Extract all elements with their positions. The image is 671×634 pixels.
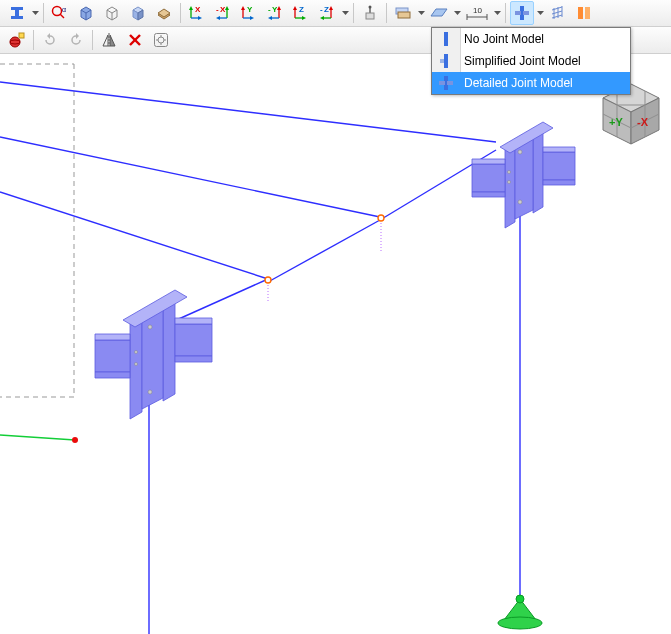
svg-rect-77 — [19, 33, 24, 38]
axis-yplus-icon: Y — [240, 5, 258, 21]
svg-text:+Y: +Y — [609, 116, 623, 128]
main-toolbar: α X -X Y -Y Z -Z 10 — [0, 0, 671, 27]
svg-text:Z: Z — [299, 5, 304, 14]
cycle-select-prev-button[interactable] — [38, 28, 62, 52]
plane-dropdown[interactable] — [452, 2, 462, 24]
view-wireframe-button[interactable] — [100, 1, 124, 25]
menu-item-label: Detailed Joint Model — [464, 76, 573, 90]
svg-point-144 — [516, 595, 524, 603]
menu-item-no-joint[interactable]: No Joint Model — [432, 28, 630, 50]
joint-model-menu: No Joint Model Simplified Joint Model De… — [431, 27, 631, 95]
plane-button[interactable] — [427, 1, 451, 25]
svg-point-113 — [265, 277, 271, 283]
menu-item-detailed-joint[interactable]: Detailed Joint Model — [432, 72, 630, 94]
svg-marker-118 — [472, 164, 505, 192]
svg-marker-79 — [76, 33, 79, 39]
find-alpha-icon: α — [51, 5, 69, 21]
svg-point-86 — [158, 37, 164, 43]
section-profile-button[interactable] — [5, 1, 29, 25]
svg-rect-2 — [11, 16, 23, 19]
svg-point-138 — [148, 325, 152, 329]
view-along-z-minus-button[interactable]: -Z — [315, 1, 339, 25]
gear-box-icon — [153, 32, 169, 48]
svg-marker-33 — [277, 6, 281, 10]
plane-icon — [430, 6, 448, 20]
toolbar-separator — [353, 3, 354, 23]
svg-marker-133 — [95, 334, 130, 340]
svg-point-124 — [518, 150, 522, 154]
blocks-button[interactable] — [572, 1, 596, 25]
svg-marker-137 — [175, 356, 212, 362]
svg-marker-62 — [494, 11, 501, 15]
delete-button[interactable] — [123, 28, 147, 52]
section-profile-dropdown[interactable] — [30, 2, 40, 24]
svg-marker-134 — [95, 372, 130, 378]
svg-marker-3 — [32, 11, 39, 15]
axis-view-dropdown[interactable] — [340, 2, 350, 24]
svg-marker-39 — [293, 6, 297, 10]
svg-marker-128 — [130, 313, 142, 419]
probe-button[interactable] — [358, 1, 382, 25]
view-along-x-plus-button[interactable]: X — [185, 1, 209, 25]
toolbar-separator — [43, 3, 44, 23]
menu-item-simplified-joint[interactable]: Simplified Joint Model — [432, 50, 630, 72]
grid-3d-button[interactable] — [546, 1, 570, 25]
svg-line-5 — [60, 14, 64, 18]
svg-marker-24 — [216, 16, 220, 20]
toolbar-separator — [92, 30, 93, 50]
toolbar-separator — [505, 3, 506, 23]
layers-dropdown[interactable] — [416, 2, 426, 24]
joint-model-button[interactable] — [510, 1, 534, 25]
viewport-3d[interactable] — [0, 52, 671, 634]
svg-marker-122 — [543, 147, 575, 152]
svg-marker-28 — [241, 6, 245, 10]
svg-marker-46 — [320, 16, 324, 20]
view-along-z-plus-button[interactable]: Z — [289, 1, 313, 25]
load-case-button[interactable] — [5, 28, 29, 52]
grid-3d-icon — [550, 5, 566, 21]
svg-text:Z: Z — [324, 5, 329, 14]
cycle-select-next-button[interactable] — [64, 28, 88, 52]
settings-button[interactable] — [149, 28, 173, 52]
svg-point-127 — [508, 181, 511, 184]
view-shaded-button[interactable] — [126, 1, 150, 25]
svg-marker-129 — [163, 295, 175, 401]
svg-point-143 — [498, 617, 542, 629]
view-deck-button[interactable] — [152, 1, 176, 25]
svg-text:X: X — [220, 5, 226, 14]
axis-yminus-icon: -Y — [266, 5, 284, 21]
detailed-joint-icon — [437, 74, 455, 92]
find-element-button[interactable]: α — [48, 1, 72, 25]
mirror-button[interactable] — [97, 28, 121, 52]
svg-point-101 — [72, 437, 78, 443]
layers-button[interactable] — [391, 1, 415, 25]
svg-line-106 — [268, 220, 380, 282]
svg-rect-50 — [366, 13, 374, 19]
dimension-dropdown[interactable] — [492, 2, 502, 24]
svg-marker-120 — [472, 192, 505, 197]
view-along-y-minus-button[interactable]: -Y — [263, 1, 287, 25]
svg-text:Y: Y — [247, 5, 253, 14]
cube-solid-icon — [78, 5, 94, 21]
svg-text:-: - — [320, 5, 323, 14]
dimension-button[interactable]: 10 — [463, 1, 491, 25]
svg-point-126 — [508, 171, 511, 174]
svg-marker-57 — [454, 11, 461, 15]
view-solid-button[interactable] — [74, 1, 98, 25]
view-along-x-minus-button[interactable]: -X — [211, 1, 235, 25]
view-along-y-plus-button[interactable]: Y — [237, 1, 261, 25]
svg-marker-119 — [472, 159, 505, 164]
joint-model-dropdown[interactable] — [535, 2, 545, 24]
cube-wire-icon — [104, 5, 120, 21]
blocks-icon — [576, 5, 592, 21]
svg-marker-78 — [47, 33, 50, 39]
axis-xminus-icon: -X — [214, 5, 232, 21]
svg-rect-73 — [578, 7, 583, 19]
no-joint-icon — [437, 30, 455, 48]
svg-line-103 — [0, 137, 380, 217]
svg-marker-135 — [175, 324, 212, 356]
pinned-support — [498, 595, 542, 629]
svg-rect-92 — [444, 54, 448, 68]
svg-marker-49 — [342, 11, 349, 15]
menu-item-label: Simplified Joint Model — [464, 54, 581, 68]
